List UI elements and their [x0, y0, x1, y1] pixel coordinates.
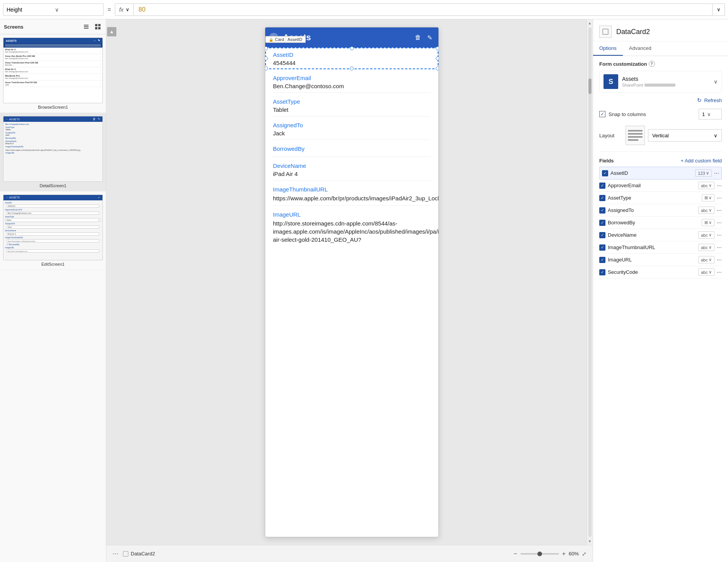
- field-checkbox-imagethumburl[interactable]: ✓: [599, 244, 605, 251]
- scroll-down-btn[interactable]: ▼: [587, 538, 593, 544]
- zoom-in-button[interactable]: +: [562, 550, 566, 557]
- field-checkbox-approveremail[interactable]: ✓: [599, 183, 605, 189]
- detail-thumb-fields: Ben.Change@contoso.com AssetTypeTablet A…: [3, 122, 102, 156]
- tab-options[interactable]: Options: [593, 41, 623, 56]
- form-customization-section: Form customization ?: [599, 61, 722, 67]
- refresh-label[interactable]: Refresh: [704, 97, 722, 103]
- imageurl-label: ImageURL: [273, 206, 431, 219]
- edit-button[interactable]: ✎: [427, 34, 432, 41]
- tooltip-text: Card : AssetID: [275, 37, 302, 42]
- svg-rect-7: [603, 29, 608, 34]
- add-field-label: + Add custom field: [680, 158, 722, 164]
- scroll-up-arrow[interactable]: ▲: [107, 27, 116, 36]
- formula-bar[interactable]: 80: [134, 3, 713, 16]
- more-options-button[interactable]: ···: [113, 550, 118, 558]
- scroll-track[interactable]: [588, 27, 592, 537]
- field-type-assignedto[interactable]: abc ∨: [698, 207, 714, 214]
- assignedto-label: AssignedTo: [273, 116, 431, 130]
- field-type-borrowedby[interactable]: ⊞ ∨: [702, 219, 714, 226]
- refresh-icon[interactable]: ↻: [697, 97, 702, 103]
- screens-header-icons: [82, 22, 102, 31]
- field-menu-imagethumburl[interactable]: ···: [717, 244, 722, 251]
- header-actions: 🗑 ✎: [415, 34, 432, 41]
- datacard-title: DataCard2: [616, 28, 650, 36]
- ds-name: Assets: [622, 76, 710, 82]
- screen-item-browse[interactable]: ASSETS ○✎ iPad Air 2 ben.change@contoso.…: [0, 34, 106, 113]
- browse-thumb-row-2: Asus TmicScreen Pod 128 GB MercMa... ›: [3, 61, 102, 67]
- field-menu-devicename[interactable]: ···: [717, 232, 722, 239]
- assetid-section[interactable]: 🔒 Card : AssetID AssetID 4545444: [265, 48, 438, 69]
- field-group-assettype: AssetType Tablet: [273, 93, 431, 116]
- screens-header: Screens: [0, 19, 106, 34]
- browse-thumb-row-5: Asus TmicScreen Pod 54 GB a@a ›: [3, 80, 102, 87]
- field-checkbox-borrowedby[interactable]: ✓: [599, 220, 605, 226]
- layout-select[interactable]: Vertical ∨: [648, 129, 722, 142]
- snap-select[interactable]: 1 ∨: [699, 109, 722, 120]
- snap-checkbox[interactable]: ✓: [599, 111, 605, 117]
- add-field-button[interactable]: + Add custom field: [680, 158, 722, 164]
- field-menu-securitycode[interactable]: ···: [717, 269, 722, 276]
- edit-label: EditScreen1: [3, 262, 103, 267]
- field-name-imagethumburl: ImageThumbnailURL: [608, 244, 696, 250]
- field-menu-approveremail[interactable]: ···: [717, 182, 722, 189]
- ds-chevron[interactable]: ∨: [714, 79, 718, 85]
- card-tooltip: 🔒 Card : AssetID: [265, 36, 306, 43]
- field-type-securitycode[interactable]: abc ∨: [698, 268, 714, 276]
- browse-thumb-search: [3, 43, 102, 48]
- svg-rect-5: [95, 27, 97, 29]
- zoom-expand-button[interactable]: ⤢: [582, 551, 586, 557]
- breadcrumb-label: DataCard2: [131, 551, 155, 557]
- field-type-devicename[interactable]: abc ∨: [698, 231, 714, 239]
- property-chevron[interactable]: ∨: [55, 7, 100, 13]
- zoom-slider[interactable]: [520, 553, 559, 555]
- zoom-out-button[interactable]: −: [513, 550, 517, 557]
- field-menu-assignedto[interactable]: ···: [717, 207, 722, 214]
- browse-thumb-row-0: iPad Air 2 ben.change@contoso.com ›: [3, 48, 102, 54]
- breadcrumb-checkbox[interactable]: [123, 551, 128, 557]
- field-menu-assetid[interactable]: ···: [714, 170, 719, 177]
- canvas-area: ▲ ✎ Assets 🗑 ✎: [106, 19, 593, 562]
- screen-item-detail[interactable]: ← ASSETS 🗑✎ Ben.Change@contoso.com Asset…: [0, 113, 106, 191]
- scroll-up-btn[interactable]: ▲: [587, 20, 593, 26]
- scroll-thumb[interactable]: [588, 79, 592, 94]
- field-checkbox-securitycode[interactable]: ✓: [599, 269, 605, 275]
- sharepoint-icon: S: [604, 74, 618, 89]
- field-type-imagethumburl[interactable]: abc ∨: [698, 244, 714, 251]
- svg-rect-6: [98, 27, 101, 29]
- field-menu-assettype[interactable]: ···: [717, 195, 722, 202]
- help-icon[interactable]: ?: [649, 61, 655, 67]
- field-checkbox-assetid[interactable]: ✓: [602, 170, 608, 176]
- assettype-label: AssetType: [273, 93, 431, 106]
- borrowedby-label: BorrowedBy: [273, 140, 431, 154]
- screens-grid-icon[interactable]: [94, 22, 102, 31]
- screen-item-edit[interactable]: ← ASSETS ✓ AssetID 4545444 ApproverEmail…: [0, 191, 106, 270]
- borrowedby-value: [273, 154, 431, 157]
- browse-thumb-row-3: iPad Air 4 ben.change@contoso.com ›: [3, 67, 102, 74]
- field-menu-borrowedby[interactable]: ···: [717, 219, 722, 226]
- fx-button[interactable]: fx ∨: [115, 3, 134, 16]
- property-selector[interactable]: Height ∨: [3, 3, 104, 16]
- tab-advanced[interactable]: Advanced: [623, 41, 658, 56]
- screens-list-icon[interactable]: [82, 22, 90, 31]
- svg-rect-1: [84, 26, 89, 27]
- field-menu-imageurl[interactable]: ···: [717, 256, 722, 263]
- lock-icon: 🔒: [269, 38, 273, 42]
- field-type-chevron-assetid: ∨: [706, 171, 709, 176]
- ds-url-blurred: [644, 84, 675, 87]
- field-type-imageurl[interactable]: abc ∨: [698, 256, 714, 263]
- delete-button[interactable]: 🗑: [415, 34, 421, 41]
- field-checkbox-assignedto[interactable]: ✓: [599, 207, 605, 214]
- field-checkbox-devicename[interactable]: ✓: [599, 232, 605, 238]
- field-type-assettype[interactable]: ⊞ ∨: [702, 194, 714, 202]
- svg-rect-3: [95, 24, 97, 26]
- field-type-assetid[interactable]: 123 ∨: [695, 169, 711, 177]
- field-checkbox-imageurl[interactable]: ✓: [599, 257, 605, 263]
- ds-icon-letter: S: [609, 78, 613, 86]
- zoom-thumb: [537, 552, 542, 556]
- field-checkbox-assettype[interactable]: ✓: [599, 195, 605, 201]
- layout-label: Layout: [599, 133, 622, 138]
- zoom-controls: − + 60% ⤢: [513, 550, 586, 557]
- detail-label: DetailScreen1: [3, 183, 103, 189]
- field-type-approveremail[interactable]: abc ∨: [698, 182, 714, 189]
- field-row-borrowedby: ✓ BorrowedBy ⊞ ∨ ···: [599, 217, 722, 229]
